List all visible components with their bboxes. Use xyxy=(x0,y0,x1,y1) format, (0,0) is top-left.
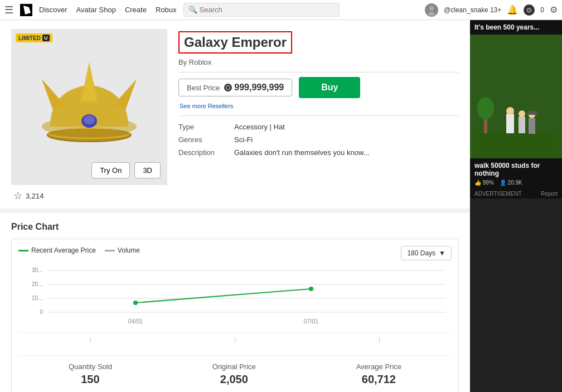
nav-links: Discover Avatar Shop Create Robux xyxy=(39,6,177,14)
svg-point-28 xyxy=(477,97,494,119)
period-value: 180 Days xyxy=(407,249,435,257)
chart-header: Recent Average Price Volume 180 Days ▼ xyxy=(18,246,452,260)
quantity-stat: Quantity Sold 150 xyxy=(69,362,112,386)
ad-label: ADVERTISEMENT xyxy=(474,191,522,197)
avg-label: Average Price xyxy=(356,362,401,371)
svg-text:30...: 30... xyxy=(32,267,43,273)
favorites-count: 3,214 xyxy=(26,192,44,200)
svg-rect-26 xyxy=(473,130,559,158)
best-price-label: Best Price xyxy=(187,84,220,92)
favorites-row: ☆ 3,214 xyxy=(13,190,167,202)
svg-point-2 xyxy=(428,12,435,16)
svg-text:10...: 10... xyxy=(32,295,43,301)
svg-rect-29 xyxy=(506,114,514,133)
chevron-down-icon: ▼ xyxy=(439,249,445,257)
svg-marker-9 xyxy=(114,79,137,110)
robux-symbol xyxy=(224,84,232,91)
search-input[interactable] xyxy=(200,6,335,14)
orig-value: 2,050 xyxy=(212,373,256,386)
svg-point-5 xyxy=(84,115,95,124)
genres-row: Genres Sci-Fi xyxy=(178,135,459,144)
item-image xyxy=(28,46,151,168)
svg-point-30 xyxy=(506,107,514,115)
robux-icon[interactable]: ⊙ xyxy=(524,4,535,16)
chart-legend: Recent Average Price Volume xyxy=(18,246,140,254)
star-icon[interactable]: ☆ xyxy=(13,190,22,202)
roblox-logo xyxy=(20,4,32,16)
ad-cta: walk 50000 studs for nothing 👍 99% 👤 20.… xyxy=(470,158,562,189)
svg-rect-31 xyxy=(519,117,525,133)
limited-badge: LIMITED U xyxy=(16,33,52,42)
ad-image: It's been 500 years... xyxy=(470,20,562,199)
search-box[interactable]: 🔍 xyxy=(183,3,340,17)
type-value: Accessory | Hat xyxy=(234,123,285,131)
chart-container: Recent Average Price Volume 180 Days ▼ xyxy=(11,239,459,392)
hamburger-menu[interactable]: ☰ xyxy=(4,4,13,16)
buy-button[interactable]: Buy xyxy=(299,77,360,98)
item-detail: Try On 3D LIMITED U ☆ 3,214 Galaxy Emper… xyxy=(0,20,470,209)
original-price-stat: Original Price 2,050 xyxy=(212,362,256,386)
robux-balance: 0 xyxy=(540,6,544,14)
legend-avg-line xyxy=(18,250,28,251)
qty-label: Quantity Sold xyxy=(69,362,112,371)
item-creator: By Roblox xyxy=(178,58,459,66)
ad-green-field xyxy=(470,35,562,158)
legend-avg-label: Recent Average Price xyxy=(31,246,96,254)
item-buttons: Try On 3D xyxy=(91,162,161,178)
item-divider xyxy=(178,72,459,72)
legend-vol-label: Volume xyxy=(118,246,140,254)
stats-row: Quantity Sold 150 Original Price 2,050 A… xyxy=(18,355,452,386)
settings-icon[interactable]: ⚙ xyxy=(550,4,558,15)
svg-point-1 xyxy=(429,6,434,11)
svg-text:20...: 20... xyxy=(32,281,43,287)
username-label: @clean_snake 13+ xyxy=(444,6,501,14)
price-chart-section: Price Chart Recent Average Price Volume xyxy=(0,213,470,392)
description-row: Description Galaxies don't run themselve… xyxy=(178,148,459,157)
svg-marker-7 xyxy=(42,79,64,110)
ad-title: It's been 500 years... xyxy=(470,20,562,35)
chart-title: Price Chart xyxy=(11,222,459,232)
legend-avg: Recent Average Price xyxy=(18,246,96,254)
top-navigation: ☰ Discover Avatar Shop Create Robux 🔍 @c… xyxy=(0,0,562,20)
genres-label: Genres xyxy=(178,135,234,144)
svg-rect-33 xyxy=(529,118,535,134)
ad-box: It's been 500 years... xyxy=(470,20,562,199)
price-number: 999,999,999 xyxy=(234,83,284,93)
nav-discover[interactable]: Discover xyxy=(39,6,67,14)
genres-value: Sci-Fi xyxy=(234,135,253,144)
nav-avatar-shop[interactable]: Avatar Shop xyxy=(76,6,116,14)
price-chart-svg: 30... 20... 10... 0 04/01 07/01 xyxy=(18,265,452,326)
right-sidebar: It's been 500 years... xyxy=(470,20,562,392)
item-image-box: Try On 3D xyxy=(11,29,167,185)
svg-rect-36 xyxy=(527,113,538,115)
try-on-button[interactable]: Try On xyxy=(91,162,130,178)
period-select[interactable]: 180 Days ▼ xyxy=(401,246,452,260)
see-resellers-link[interactable]: See more Resellers xyxy=(180,103,234,109)
notification-icon[interactable]: 🔔 xyxy=(507,4,518,15)
price-row: Best Price 999,999,999 Buy xyxy=(178,77,459,98)
nav-right: @clean_snake 13+ 🔔 ⊙ 0 ⚙ xyxy=(425,3,558,17)
item-divider-2 xyxy=(178,115,459,116)
description-value: Galaxies don't run themselves you know..… xyxy=(234,148,369,157)
average-price-stat: Average Price 60,712 xyxy=(356,362,401,386)
description-label: Description xyxy=(178,148,234,157)
ad-report-link[interactable]: Report xyxy=(541,191,558,197)
view-3d-button[interactable]: 3D xyxy=(134,162,161,178)
type-label: Type xyxy=(178,123,234,131)
limited-u-badge: U xyxy=(42,35,50,41)
ad-graphic xyxy=(473,80,559,158)
svg-text:07/01: 07/01 xyxy=(304,318,319,325)
svg-point-22 xyxy=(133,301,138,305)
svg-text:0: 0 xyxy=(40,309,43,315)
item-info: Galaxy Emperor By Roblox Best Price 999,… xyxy=(178,29,459,202)
svg-marker-11 xyxy=(81,62,98,101)
ad-players: 👤 20.9K xyxy=(500,180,522,186)
item-meta: Type Accessory | Hat Genres Sci-Fi Descr… xyxy=(178,123,459,157)
svg-marker-0 xyxy=(23,6,31,14)
best-price-value: 999,999,999 xyxy=(224,83,284,93)
content-area: Try On 3D LIMITED U ☆ 3,214 Galaxy Emper… xyxy=(0,20,470,392)
nav-robux[interactable]: Robux xyxy=(156,6,177,14)
limited-label: LIMITED xyxy=(18,35,41,41)
nav-create[interactable]: Create xyxy=(125,6,147,14)
qty-value: 150 xyxy=(69,373,112,386)
